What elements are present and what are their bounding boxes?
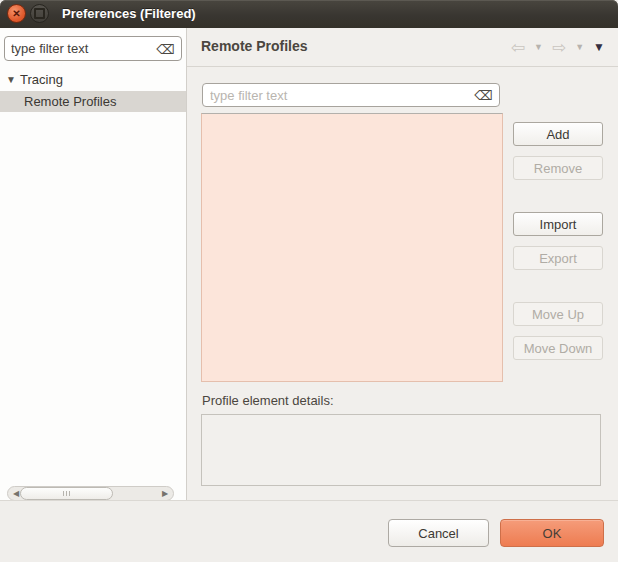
sidebar-horizontal-scrollbar[interactable]: ◀ ▶ xyxy=(7,486,174,501)
forward-dropdown-icon: ▼ xyxy=(575,43,584,52)
panel-header: Remote Profiles ⇦ ▼ ⇨ ▼ ▼ xyxy=(187,28,618,67)
tree-item-label: Tracing xyxy=(0,69,186,91)
tree-item-tracing[interactable]: ▼ Tracing xyxy=(0,69,186,91)
maximize-icon xyxy=(34,8,45,19)
window-title: Preferences (Filtered) xyxy=(62,0,196,28)
forward-icon: ⇨ xyxy=(552,39,566,56)
sidebar-filter-input[interactable] xyxy=(4,36,182,61)
back-icon: ⇦ xyxy=(511,39,525,56)
page-title: Remote Profiles xyxy=(201,38,308,54)
move-up-button: Move Up xyxy=(513,302,603,326)
remove-button: Remove xyxy=(513,156,603,180)
profiles-list[interactable] xyxy=(201,113,503,382)
clear-filter-icon[interactable]: ⌫ xyxy=(157,42,175,55)
tree-item-remote-profiles[interactable]: Remote Profiles xyxy=(0,91,186,112)
scrollbar-thumb[interactable] xyxy=(20,487,113,500)
preferences-sidebar: ⌫ ▼ Tracing Remote Profiles ◀ ▶ xyxy=(0,28,187,500)
expander-icon[interactable]: ▼ xyxy=(6,69,16,91)
scroll-right-icon[interactable]: ▶ xyxy=(159,487,171,500)
scrollbar-grip xyxy=(66,491,67,496)
remote-profiles-panel: Remote Profiles ⇦ ▼ ⇨ ▼ ▼ ⌫ Add Remove I… xyxy=(187,28,618,500)
profile-details-label: Profile element details: xyxy=(202,393,334,408)
titlebar[interactable]: ✕ Preferences (Filtered) xyxy=(0,0,618,28)
dialog-footer: Cancel OK xyxy=(0,500,618,562)
maximize-button[interactable] xyxy=(30,4,49,23)
sidebar-filter: ⌫ xyxy=(4,36,182,61)
profiles-filter: ⌫ xyxy=(202,83,500,107)
export-button: Export xyxy=(513,246,603,270)
add-button[interactable]: Add xyxy=(513,122,603,146)
tree-item-label: Remote Profiles xyxy=(0,91,186,112)
close-button[interactable]: ✕ xyxy=(7,4,26,23)
scrollbar-grip xyxy=(63,491,64,496)
view-menu-icon[interactable]: ▼ xyxy=(593,41,605,53)
back-dropdown-icon: ▼ xyxy=(534,43,543,52)
profile-details-box xyxy=(201,414,601,486)
preferences-dialog: ✕ Preferences (Filtered) ⌫ ▼ Tracing Rem… xyxy=(0,0,618,562)
clear-filter-icon[interactable]: ⌫ xyxy=(475,89,493,102)
header-toolbar: ⇦ ▼ ⇨ ▼ ▼ xyxy=(511,36,605,58)
import-button[interactable]: Import xyxy=(513,212,603,236)
move-down-button: Move Down xyxy=(513,336,603,360)
scrollbar-grip xyxy=(69,491,70,496)
profiles-filter-input[interactable] xyxy=(202,83,500,107)
close-icon: ✕ xyxy=(12,9,20,19)
ok-button[interactable]: OK xyxy=(500,519,604,547)
cancel-button[interactable]: Cancel xyxy=(388,519,489,547)
preferences-tree: ▼ Tracing Remote Profiles xyxy=(0,69,186,112)
